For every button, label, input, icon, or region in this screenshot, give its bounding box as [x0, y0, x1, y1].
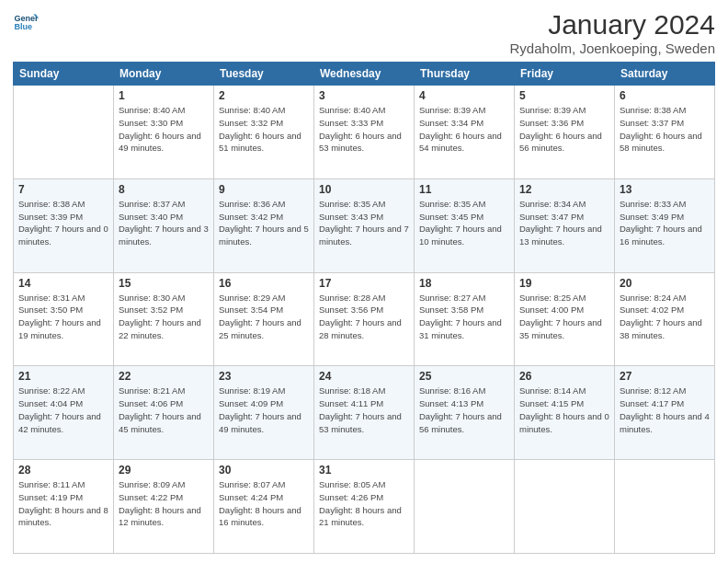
table-row: 25Sunrise: 8:16 AM Sunset: 4:13 PM Dayli… — [415, 366, 515, 460]
table-row: 20Sunrise: 8:24 AM Sunset: 4:02 PM Dayli… — [615, 272, 715, 366]
table-row: 31Sunrise: 8:05 AM Sunset: 4:26 PM Dayli… — [314, 460, 415, 554]
col-thursday: Thursday — [415, 63, 515, 86]
day-number: 31 — [319, 464, 409, 477]
table-row: 11Sunrise: 8:35 AM Sunset: 3:45 PM Dayli… — [415, 178, 515, 272]
day-number: 11 — [419, 183, 509, 196]
table-row: 24Sunrise: 8:18 AM Sunset: 4:11 PM Dayli… — [314, 366, 415, 460]
day-info: Sunrise: 8:34 AM Sunset: 3:47 PM Dayligh… — [519, 198, 609, 248]
day-info: Sunrise: 8:40 AM Sunset: 3:32 PM Dayligh… — [219, 104, 309, 155]
table-row: 3Sunrise: 8:40 AM Sunset: 3:33 PM Daylig… — [314, 86, 415, 179]
day-info: Sunrise: 8:30 AM Sunset: 3:52 PM Dayligh… — [119, 292, 209, 342]
day-number: 14 — [18, 277, 108, 290]
day-info: Sunrise: 8:40 AM Sunset: 3:33 PM Dayligh… — [319, 104, 409, 155]
day-info: Sunrise: 8:36 AM Sunset: 3:42 PM Dayligh… — [219, 198, 309, 248]
day-info: Sunrise: 8:25 AM Sunset: 4:00 PM Dayligh… — [519, 292, 609, 342]
day-number: 1 — [119, 89, 209, 102]
calendar-week-row: 28Sunrise: 8:11 AM Sunset: 4:19 PM Dayli… — [14, 460, 715, 554]
table-row — [515, 460, 615, 554]
subtitle: Rydaholm, Joenkoeping, Sweden — [510, 40, 715, 56]
day-number: 23 — [219, 370, 309, 383]
table-row: 19Sunrise: 8:25 AM Sunset: 4:00 PM Dayli… — [515, 272, 615, 366]
day-number: 19 — [519, 277, 609, 290]
day-number: 6 — [620, 89, 710, 102]
day-number: 7 — [18, 183, 108, 196]
table-row: 2Sunrise: 8:40 AM Sunset: 3:32 PM Daylig… — [214, 86, 314, 179]
calendar-table: Sunday Monday Tuesday Wednesday Thursday… — [13, 62, 715, 554]
day-info: Sunrise: 8:19 AM Sunset: 4:09 PM Dayligh… — [219, 385, 309, 435]
table-row: 1Sunrise: 8:40 AM Sunset: 3:30 PM Daylig… — [114, 86, 214, 179]
day-number: 12 — [519, 183, 609, 196]
main-title: January 2024 — [510, 9, 715, 40]
table-row: 9Sunrise: 8:36 AM Sunset: 3:42 PM Daylig… — [214, 178, 314, 272]
table-row: 15Sunrise: 8:30 AM Sunset: 3:52 PM Dayli… — [114, 272, 214, 366]
day-number: 18 — [419, 277, 509, 290]
day-info: Sunrise: 8:18 AM Sunset: 4:11 PM Dayligh… — [319, 385, 409, 435]
day-number: 17 — [319, 277, 409, 290]
table-row — [415, 460, 515, 554]
col-saturday: Saturday — [615, 63, 715, 86]
day-number: 16 — [219, 277, 309, 290]
day-number: 22 — [119, 370, 209, 383]
header: General Blue January 2024 Rydaholm, Joen… — [13, 9, 715, 56]
day-info: Sunrise: 8:40 AM Sunset: 3:30 PM Dayligh… — [119, 104, 209, 155]
day-number: 20 — [620, 277, 710, 290]
table-row: 27Sunrise: 8:12 AM Sunset: 4:17 PM Dayli… — [615, 366, 715, 460]
col-friday: Friday — [515, 63, 615, 86]
day-number: 2 — [219, 89, 309, 102]
calendar-week-row: 21Sunrise: 8:22 AM Sunset: 4:04 PM Dayli… — [14, 366, 715, 460]
day-number: 30 — [219, 464, 309, 477]
day-number: 4 — [419, 89, 509, 102]
day-number: 15 — [119, 277, 209, 290]
table-row: 28Sunrise: 8:11 AM Sunset: 4:19 PM Dayli… — [14, 460, 114, 554]
calendar-header-row: Sunday Monday Tuesday Wednesday Thursday… — [14, 63, 715, 86]
day-info: Sunrise: 8:11 AM Sunset: 4:19 PM Dayligh… — [18, 478, 108, 529]
day-info: Sunrise: 8:35 AM Sunset: 3:45 PM Dayligh… — [419, 198, 509, 248]
day-number: 5 — [519, 89, 609, 102]
day-info: Sunrise: 8:22 AM Sunset: 4:04 PM Dayligh… — [18, 385, 108, 435]
logo: General Blue — [13, 9, 39, 35]
logo-icon: General Blue — [13, 9, 39, 35]
table-row: 4Sunrise: 8:39 AM Sunset: 3:34 PM Daylig… — [415, 86, 515, 179]
col-sunday: Sunday — [14, 63, 114, 86]
day-info: Sunrise: 8:28 AM Sunset: 3:56 PM Dayligh… — [319, 292, 409, 342]
table-row: 17Sunrise: 8:28 AM Sunset: 3:56 PM Dayli… — [314, 272, 415, 366]
day-info: Sunrise: 8:05 AM Sunset: 4:26 PM Dayligh… — [319, 478, 409, 529]
day-info: Sunrise: 8:38 AM Sunset: 3:37 PM Dayligh… — [620, 104, 710, 155]
day-number: 8 — [119, 183, 209, 196]
day-info: Sunrise: 8:31 AM Sunset: 3:50 PM Dayligh… — [18, 292, 108, 342]
day-info: Sunrise: 8:38 AM Sunset: 3:39 PM Dayligh… — [18, 198, 108, 248]
day-info: Sunrise: 8:21 AM Sunset: 4:06 PM Dayligh… — [119, 385, 209, 435]
day-number: 21 — [18, 370, 108, 383]
day-number: 27 — [620, 370, 710, 383]
day-number: 25 — [419, 370, 509, 383]
calendar-week-row: 1Sunrise: 8:40 AM Sunset: 3:30 PM Daylig… — [14, 86, 715, 179]
table-row — [14, 86, 114, 179]
day-number: 24 — [319, 370, 409, 383]
table-row: 12Sunrise: 8:34 AM Sunset: 3:47 PM Dayli… — [515, 178, 615, 272]
title-block: January 2024 Rydaholm, Joenkoeping, Swed… — [510, 9, 715, 56]
table-row: 13Sunrise: 8:33 AM Sunset: 3:49 PM Dayli… — [615, 178, 715, 272]
day-info: Sunrise: 8:27 AM Sunset: 3:58 PM Dayligh… — [419, 292, 509, 342]
day-number: 28 — [18, 464, 108, 477]
table-row: 29Sunrise: 8:09 AM Sunset: 4:22 PM Dayli… — [114, 460, 214, 554]
col-tuesday: Tuesday — [214, 63, 314, 86]
day-info: Sunrise: 8:39 AM Sunset: 3:34 PM Dayligh… — [419, 104, 509, 155]
day-info: Sunrise: 8:39 AM Sunset: 3:36 PM Dayligh… — [519, 104, 609, 155]
day-number: 3 — [319, 89, 409, 102]
table-row: 21Sunrise: 8:22 AM Sunset: 4:04 PM Dayli… — [14, 366, 114, 460]
table-row — [615, 460, 715, 554]
day-info: Sunrise: 8:16 AM Sunset: 4:13 PM Dayligh… — [419, 385, 509, 435]
table-row: 8Sunrise: 8:37 AM Sunset: 3:40 PM Daylig… — [114, 178, 214, 272]
day-info: Sunrise: 8:35 AM Sunset: 3:43 PM Dayligh… — [319, 198, 409, 248]
table-row: 14Sunrise: 8:31 AM Sunset: 3:50 PM Dayli… — [14, 272, 114, 366]
day-number: 9 — [219, 183, 309, 196]
day-info: Sunrise: 8:24 AM Sunset: 4:02 PM Dayligh… — [620, 292, 710, 342]
day-number: 10 — [319, 183, 409, 196]
table-row: 18Sunrise: 8:27 AM Sunset: 3:58 PM Dayli… — [415, 272, 515, 366]
day-number: 26 — [519, 370, 609, 383]
table-row: 5Sunrise: 8:39 AM Sunset: 3:36 PM Daylig… — [515, 86, 615, 179]
day-info: Sunrise: 8:07 AM Sunset: 4:24 PM Dayligh… — [219, 478, 309, 529]
calendar-week-row: 14Sunrise: 8:31 AM Sunset: 3:50 PM Dayli… — [14, 272, 715, 366]
table-row: 30Sunrise: 8:07 AM Sunset: 4:24 PM Dayli… — [214, 460, 314, 554]
table-row: 7Sunrise: 8:38 AM Sunset: 3:39 PM Daylig… — [14, 178, 114, 272]
